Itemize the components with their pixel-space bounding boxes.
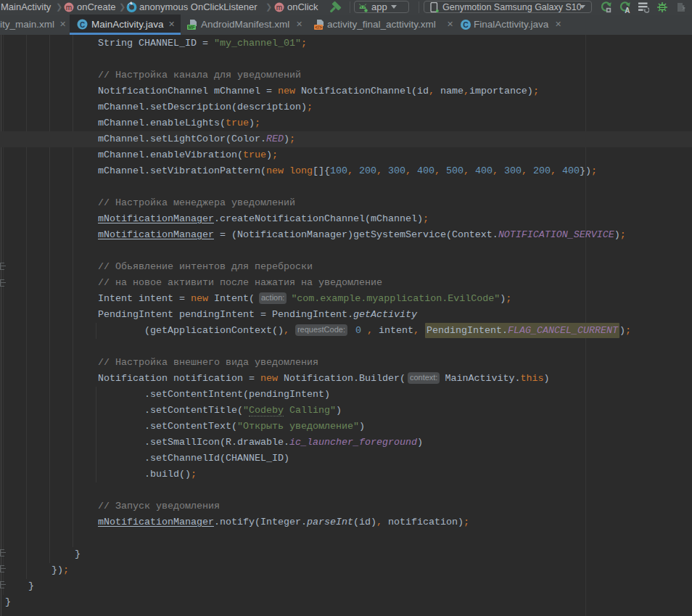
svg-text:C: C (463, 20, 469, 29)
svg-text:MF: MF (188, 25, 194, 30)
svg-text:</>: </> (315, 25, 322, 30)
svg-text:A: A (625, 7, 630, 13)
svg-text:m: m (276, 4, 282, 12)
svg-text:m: m (66, 4, 72, 12)
svg-text:C: C (80, 21, 85, 29)
